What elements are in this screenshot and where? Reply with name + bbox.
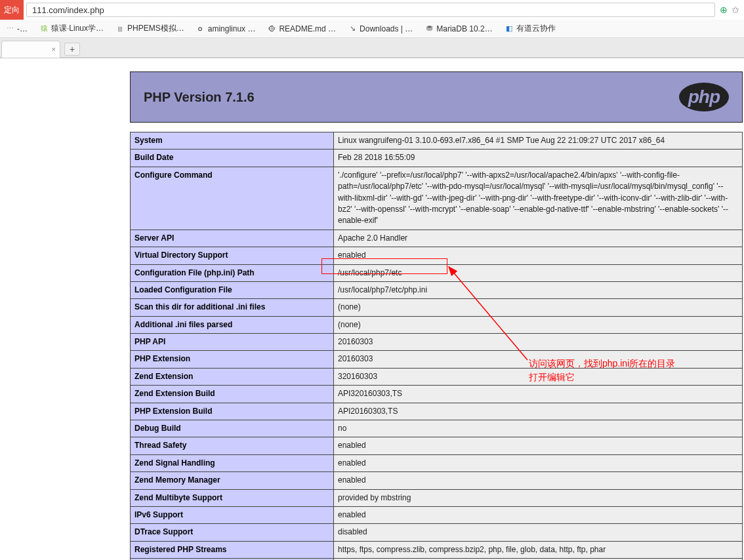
table-row: Virtual Directory Supportenabled xyxy=(131,247,743,264)
bookmark-icon: ⭘ xyxy=(196,24,205,33)
info-value: provided by mbstring xyxy=(334,489,743,506)
info-value: /usr/local/php7/etc/php.ini xyxy=(334,281,743,298)
info-value: (none) xyxy=(334,299,743,316)
info-key: Configure Command xyxy=(131,167,334,230)
info-value: API320160303,TS xyxy=(334,386,743,403)
info-key: Thread Safety xyxy=(131,437,334,454)
info-value: 20160303 xyxy=(334,334,743,351)
bookmark-label: README.md … xyxy=(279,24,336,33)
bookmark-label: PHPEMS模拟… xyxy=(127,23,184,34)
phpinfo-header: PHP Version 7.1.6 php xyxy=(130,71,743,123)
table-row: PHP API20160303 xyxy=(131,334,743,351)
bookmark-icon: ↘ xyxy=(348,24,357,33)
bookmark-icon: ⛃ xyxy=(424,24,434,33)
info-key: Zend Memory Manager xyxy=(131,472,334,489)
info-value: no xyxy=(334,420,743,437)
table-row: Loaded Configuration File/usr/local/php7… xyxy=(131,281,743,298)
bookmark-icon: ⋯ xyxy=(5,24,14,33)
info-key: PHP Extension xyxy=(131,351,334,368)
info-value: enabled xyxy=(334,506,743,523)
bookmark-label: aminglinux … xyxy=(208,24,256,33)
info-key: Zend Signal Handling xyxy=(131,454,334,471)
info-value: Apache 2.0 Handler xyxy=(334,230,743,247)
table-row: Configuration File (php.ini) Path/usr/lo… xyxy=(131,264,743,281)
info-key: Additional .ini files parsed xyxy=(131,316,334,333)
info-value: Feb 28 2018 16:55:09 xyxy=(334,150,743,167)
content-area: PHP Version 7.1.6 php SystemLinux wangru… xyxy=(0,58,744,560)
bookmark-label: MariaDB 10.2… xyxy=(436,24,492,33)
table-row: Registered PHP Streamshttps, ftps, compr… xyxy=(131,541,743,558)
table-row: Zend Memory Managerenabled xyxy=(131,472,743,489)
table-row: Build DateFeb 28 2018 16:55:09 xyxy=(131,150,743,167)
bookmark-icon: 🗎 xyxy=(115,24,125,33)
info-key: Zend Extension xyxy=(131,368,334,385)
table-row: Additional .ini files parsed(none) xyxy=(131,316,743,333)
info-value: enabled xyxy=(334,472,743,489)
bookmark-label: -… xyxy=(17,24,28,33)
close-icon[interactable]: × xyxy=(52,45,56,53)
bookmark-item[interactable]: 猿猿课·Linux学… xyxy=(39,23,104,34)
table-row: Zend Multibyte Supportprovided by mbstri… xyxy=(131,489,743,506)
info-value: API20160303,TS xyxy=(334,403,743,420)
bookmark-item[interactable]: ↘Downloads | … xyxy=(348,24,413,33)
redirect-button[interactable]: 定向 xyxy=(0,0,24,20)
info-key: Configuration File (php.ini) Path xyxy=(131,264,334,281)
star-icon[interactable]: ✩ xyxy=(732,5,739,15)
annotation-line1: 访问该网页，找到php.ini所在的目录 xyxy=(529,357,675,370)
info-key: Debug Build xyxy=(131,420,334,437)
bookmark-label: Downloads | … xyxy=(360,24,413,33)
annotation-line2: 打开编辑它 xyxy=(529,370,675,384)
bookmark-item[interactable]: ◧有道云协作 xyxy=(505,23,556,34)
circle-plus-icon[interactable]: ⊕ xyxy=(720,5,728,15)
table-row: IPv6 Supportenabled xyxy=(131,506,743,523)
table-row: Scan this dir for additional .ini files(… xyxy=(131,299,743,316)
info-key: Server API xyxy=(131,230,334,247)
table-row: Debug Buildno xyxy=(131,420,743,437)
phpinfo: PHP Version 7.1.6 php SystemLinux wangru… xyxy=(130,71,743,560)
php-logo: php xyxy=(679,83,729,111)
info-value: disabled xyxy=(334,524,743,541)
info-key: Zend Multibyte Support xyxy=(131,489,334,506)
table-row: Thread Safetyenabled xyxy=(131,437,743,454)
bookmark-icon: ◧ xyxy=(505,24,514,33)
table-row: Server APIApache 2.0 Handler xyxy=(131,230,743,247)
table-row: DTrace Supportdisabled xyxy=(131,524,743,541)
bookmark-item[interactable]: ⭗README.md … xyxy=(267,24,336,33)
info-value: enabled xyxy=(334,437,743,454)
info-key: Registered PHP Streams xyxy=(131,541,334,558)
bookmark-item[interactable]: ⛃MariaDB 10.2… xyxy=(424,24,492,33)
info-key: IPv6 Support xyxy=(131,506,334,523)
addr-icons: ⊕ ✩ xyxy=(718,5,744,15)
info-value: './configure' '--prefix=/usr/local/php7'… xyxy=(334,167,743,230)
info-value: /usr/local/php7/etc xyxy=(334,264,743,281)
php-logo-text: php xyxy=(688,87,720,107)
info-value: Linux wangruifeng-01 3.10.0-693.el7.x86_… xyxy=(334,132,743,150)
url-input[interactable] xyxy=(26,3,715,17)
table-row: PHP Extension BuildAPI20160303,TS xyxy=(131,403,743,420)
bookmark-item[interactable]: 🗎PHPEMS模拟… xyxy=(115,23,184,34)
info-key: Scan this dir for additional .ini files xyxy=(131,299,334,316)
info-value: enabled xyxy=(334,454,743,471)
php-version-title: PHP Version 7.1.6 xyxy=(144,90,255,105)
table-row: SystemLinux wangruifeng-01 3.10.0-693.el… xyxy=(131,132,743,150)
info-key: Zend Extension Build xyxy=(131,386,334,403)
browser-chrome: 定向 ⊕ ✩ ⋯-…猿猿课·Linux学…🗎PHPEMS模拟…⭘aminglin… xyxy=(0,0,744,58)
phpinfo-table: SystemLinux wangruifeng-01 3.10.0-693.el… xyxy=(130,132,743,560)
bookmark-icon: ⭗ xyxy=(267,24,276,33)
bookmarks-bar: ⋯-…猿猿课·Linux学…🗎PHPEMS模拟…⭘aminglinux …⭗RE… xyxy=(0,20,744,38)
bookmark-icon: 猿 xyxy=(39,24,49,33)
info-key: Build Date xyxy=(131,150,334,167)
tab-strip: × + xyxy=(0,38,744,58)
new-tab-button[interactable]: + xyxy=(64,43,80,56)
browser-tab[interactable]: × xyxy=(1,41,60,58)
info-key: PHP API xyxy=(131,334,334,351)
table-row: Configure Command'./configure' '--prefix… xyxy=(131,167,743,230)
bookmark-item[interactable]: ⋯-… xyxy=(5,24,28,33)
bookmark-label: 有道云协作 xyxy=(516,23,556,34)
info-key: DTrace Support xyxy=(131,524,334,541)
info-key: PHP Extension Build xyxy=(131,403,334,420)
bookmark-label: 猿课·Linux学… xyxy=(51,23,104,34)
annotation-text: 访问该网页，找到php.ini所在的目录 打开编辑它 xyxy=(529,357,675,384)
table-row: Zend Extension BuildAPI320160303,TS xyxy=(131,386,743,403)
bookmark-item[interactable]: ⭘aminglinux … xyxy=(196,24,256,33)
